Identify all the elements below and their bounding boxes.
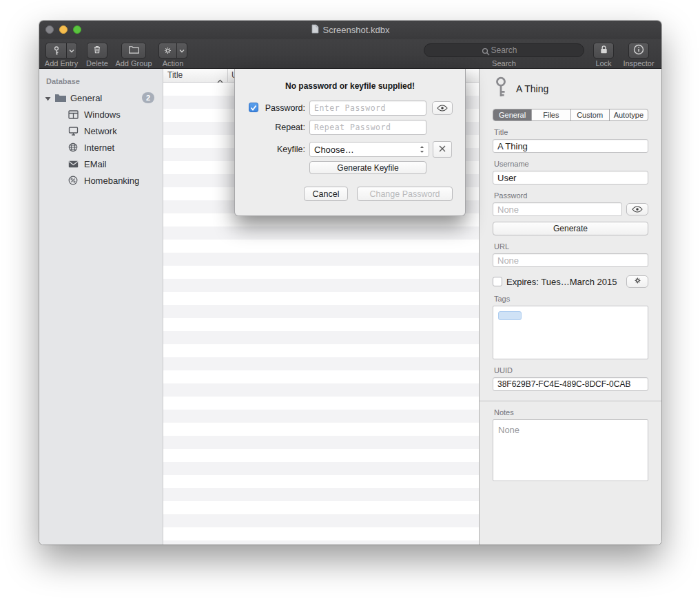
sidebar-item-label: Windows bbox=[84, 109, 121, 120]
gear-icon bbox=[633, 275, 642, 288]
expires-checkbox[interactable] bbox=[493, 277, 502, 286]
popup-stepper-icon bbox=[420, 145, 424, 154]
action-item: Action bbox=[158, 39, 187, 69]
chevron-down-icon[interactable] bbox=[176, 43, 187, 58]
keyfile-value: Choose… bbox=[314, 145, 354, 155]
tab-files[interactable]: Files bbox=[532, 109, 570, 120]
tag-chip[interactable] bbox=[498, 311, 522, 320]
keyfile-label: Keyfile: bbox=[260, 145, 305, 154]
sidebar-item-email[interactable]: EMail bbox=[39, 156, 163, 172]
password-label: Password: bbox=[260, 103, 305, 113]
inspector-tabs: General Files Custom Autotype bbox=[493, 109, 648, 121]
delete-button[interactable] bbox=[87, 43, 107, 59]
sidebar-item-label: Internet bbox=[84, 143, 114, 153]
tab-autotype[interactable]: Autotype bbox=[610, 109, 648, 120]
expires-row: Expires: Tues…March 2015 bbox=[493, 275, 648, 288]
delete-item: Delete bbox=[87, 39, 107, 69]
add-group-item: Add Group bbox=[121, 39, 146, 69]
lock-icon bbox=[599, 44, 609, 58]
inspector-label: Inspector bbox=[623, 59, 654, 67]
expires-label: Expires: Tues…March 2015 bbox=[506, 277, 622, 287]
entry-header: A Thing bbox=[493, 74, 648, 103]
repeat-input[interactable] bbox=[309, 120, 426, 135]
document-icon bbox=[311, 24, 319, 36]
add-entry-label: Add Entry bbox=[45, 59, 78, 67]
url-label: URL bbox=[494, 242, 648, 251]
sidebar-section-header: Database bbox=[39, 74, 163, 89]
password-checkbox[interactable] bbox=[249, 103, 258, 112]
action-label: Action bbox=[163, 59, 184, 67]
sidebar-item-windows[interactable]: Windows bbox=[39, 106, 163, 123]
sidebar-item-internet[interactable]: Internet bbox=[39, 139, 163, 156]
generate-password-button[interactable]: Generate bbox=[493, 222, 648, 235]
lock-label: Lock bbox=[595, 59, 611, 67]
inspector-button[interactable] bbox=[628, 43, 649, 59]
sidebar-item-label: Network bbox=[84, 126, 117, 136]
expires-settings-button[interactable] bbox=[626, 275, 648, 288]
url-field[interactable] bbox=[493, 253, 648, 267]
notes-field[interactable]: None bbox=[493, 419, 648, 481]
monitor-icon bbox=[67, 127, 79, 136]
password-label: Password bbox=[494, 191, 648, 200]
reveal-password-button[interactable] bbox=[432, 101, 453, 115]
entry-count-badge: 2 bbox=[142, 92, 154, 103]
sidebar: Database General 2 Windows Network Inter… bbox=[39, 69, 163, 545]
folder-icon bbox=[128, 45, 140, 57]
delete-label: Delete bbox=[86, 59, 108, 67]
tab-custom[interactable]: Custom bbox=[571, 109, 610, 120]
close-icon bbox=[438, 143, 446, 156]
action-button[interactable] bbox=[158, 43, 187, 59]
sidebar-item-homebanking[interactable]: Homebanking bbox=[39, 172, 163, 189]
globe-icon bbox=[67, 143, 79, 152]
eye-icon bbox=[632, 203, 643, 215]
sidebar-item-label: General bbox=[70, 93, 102, 103]
check-icon bbox=[250, 101, 257, 114]
generate-keyfile-button[interactable]: Generate Keyfile bbox=[309, 161, 426, 174]
sidebar-item-label: Homebanking bbox=[84, 176, 139, 186]
lock-item: Lock bbox=[593, 39, 614, 69]
search-input[interactable] bbox=[424, 43, 584, 57]
column-header-title[interactable]: Title bbox=[167, 69, 183, 82]
title-field[interactable] bbox=[493, 139, 648, 153]
keyfile-popup[interactable]: Choose… bbox=[309, 142, 429, 157]
percent-coin-icon bbox=[67, 176, 79, 185]
notes-label: Notes bbox=[494, 408, 648, 417]
key-icon bbox=[46, 43, 66, 58]
tags-field[interactable] bbox=[493, 306, 648, 359]
sidebar-item-general[interactable]: General 2 bbox=[39, 89, 163, 106]
inspector-panel: A Thing General Files Custom Autotype Ti… bbox=[479, 69, 661, 545]
sidebar-item-label: EMail bbox=[84, 159, 107, 169]
titlebar: Screenshot.kdbx bbox=[39, 21, 661, 39]
eye-icon bbox=[437, 102, 448, 114]
uuid-label: UUID bbox=[494, 366, 648, 375]
lock-button[interactable] bbox=[593, 43, 614, 59]
title-label: Title bbox=[494, 128, 648, 136]
column-divider[interactable] bbox=[227, 69, 228, 83]
username-label: Username bbox=[494, 160, 648, 168]
password-field[interactable] bbox=[493, 202, 622, 216]
windows-icon bbox=[67, 110, 79, 119]
reveal-password-button[interactable] bbox=[626, 203, 648, 215]
chevron-down-icon[interactable] bbox=[66, 43, 76, 58]
sidebar-item-network[interactable]: Network bbox=[39, 123, 163, 139]
tags-label: Tags bbox=[494, 295, 648, 303]
cancel-button[interactable]: Cancel bbox=[304, 187, 348, 201]
disclosure-triangle-icon[interactable] bbox=[45, 93, 51, 103]
clear-keyfile-button[interactable] bbox=[433, 141, 452, 158]
add-entry-item: Add Entry bbox=[45, 39, 77, 69]
key-icon bbox=[493, 76, 509, 102]
add-entry-button[interactable] bbox=[45, 43, 77, 59]
search-item: Search bbox=[424, 39, 584, 69]
divider bbox=[480, 401, 661, 401]
change-password-button[interactable]: Change Password bbox=[357, 187, 453, 201]
sheet-message: No password or keyfile supplied! bbox=[235, 81, 465, 91]
tab-general[interactable]: General bbox=[493, 109, 532, 120]
notes-placeholder: None bbox=[498, 425, 519, 435]
trash-icon bbox=[92, 44, 103, 58]
password-input[interactable] bbox=[309, 101, 426, 116]
username-field[interactable] bbox=[493, 171, 648, 184]
toolbar: Add Entry Delete Add Group Action Search bbox=[39, 39, 661, 69]
add-group-label: Add Group bbox=[115, 59, 152, 67]
add-group-button[interactable] bbox=[121, 43, 146, 59]
uuid-field[interactable] bbox=[493, 377, 648, 391]
